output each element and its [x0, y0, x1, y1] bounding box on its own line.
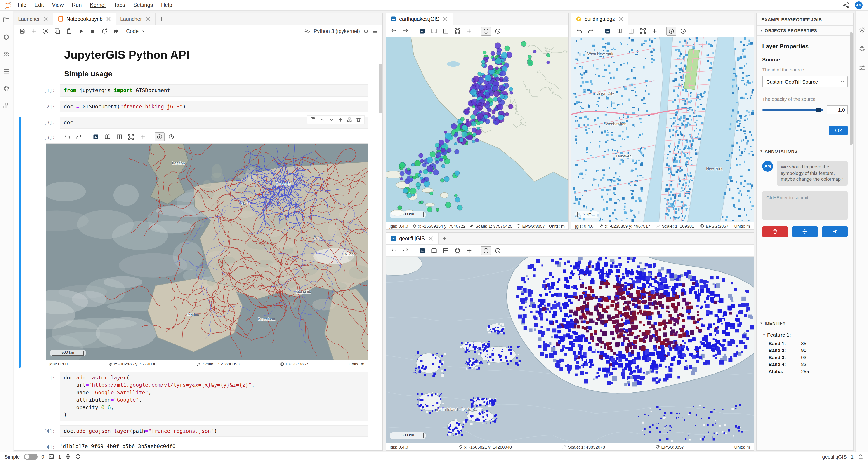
add-layer-button[interactable] — [464, 26, 474, 35]
menu-help[interactable]: Help — [157, 0, 176, 10]
code-cell-1[interactable]: [1]: from jupytergis import GISDocument — [19, 85, 376, 96]
cell-collapser[interactable] — [19, 100, 21, 112]
basemap-button[interactable] — [614, 26, 624, 35]
terminal-icon[interactable] — [49, 454, 54, 460]
jgis-logo-button[interactable] — [417, 246, 427, 255]
close-tab-icon[interactable] — [42, 16, 49, 22]
tiles-button[interactable] — [441, 26, 451, 35]
new-tab-button[interactable] — [156, 13, 167, 25]
settings-sliders-icon[interactable] — [858, 64, 866, 71]
restart-run-all-button[interactable] — [111, 27, 121, 36]
property-inspector-icon[interactable] — [858, 26, 866, 33]
map-canvas-buildings[interactable]: West New YorkUnion CityWeehawkenHobokenN… — [571, 37, 754, 222]
tab-earthquakes[interactable]: earthquakes.jGIS — [386, 13, 453, 25]
code-cell-4[interactable]: [ ]: doc.add_raster_layer( url="https://… — [19, 371, 376, 421]
kernel-settings-icon[interactable] — [304, 28, 310, 34]
menu-view[interactable]: View — [48, 0, 68, 10]
annotation-input[interactable]: Ctrl+Enter to submit — [762, 191, 848, 220]
redo-button[interactable] — [401, 26, 410, 35]
redo-button[interactable] — [586, 26, 596, 35]
interrupt-kernel-button[interactable] — [87, 27, 98, 36]
cell-editor[interactable]: doc — [60, 117, 368, 129]
tab-notebook[interactable]: Notebook.ipynb — [53, 13, 116, 25]
cell-collapser[interactable] — [19, 371, 21, 421]
map-projection[interactable]: EPSG:3857 — [706, 223, 728, 228]
jgis-logo-button[interactable] — [91, 132, 101, 141]
kernel-stacks-icon[interactable] — [3, 102, 10, 109]
basemap-button[interactable] — [429, 246, 439, 255]
code-cell-5[interactable]: [4]: doc.add_geojson_layer(path="france_… — [19, 425, 376, 437]
notebook-content[interactable]: JupyterGIS Python API Simple usage [1]: … — [14, 37, 382, 450]
insert-cell-above-icon[interactable] — [338, 117, 343, 123]
bell-icon[interactable] — [858, 454, 864, 460]
cell-collapser[interactable] — [19, 425, 21, 437]
map-projection[interactable]: EPSG:3857 — [522, 223, 545, 228]
jgis-logo-button[interactable] — [602, 26, 613, 35]
debugger-icon[interactable] — [858, 45, 866, 53]
new-tab-button[interactable] — [438, 233, 450, 244]
restart-kernel-button[interactable] — [99, 27, 110, 36]
map-projection[interactable]: EPSG:3857 — [661, 444, 684, 449]
identify-button[interactable] — [481, 246, 491, 255]
close-tab-icon[interactable] — [145, 16, 151, 22]
temporal-controller-button[interactable] — [166, 132, 176, 141]
new-tab-button[interactable] — [628, 13, 640, 25]
jgis-logo-button[interactable] — [417, 26, 427, 35]
copy-cells-button[interactable] — [52, 27, 62, 36]
move-cell-down-icon[interactable] — [329, 117, 334, 123]
menu-tabs[interactable]: Tabs — [110, 0, 129, 10]
identify-button[interactable] — [155, 132, 164, 141]
extension-manager-icon[interactable] — [3, 85, 10, 92]
ok-button[interactable]: Ok — [829, 126, 848, 135]
undo-button[interactable] — [62, 132, 72, 141]
section-annotations[interactable]: ▾ANNOTATIONS — [757, 146, 853, 156]
temporal-controller-button[interactable] — [493, 26, 503, 35]
map-canvas-france[interactable]: LondonParisBrusselsBernMilanMarseilleBar… — [46, 143, 368, 360]
close-tab-icon[interactable] — [428, 235, 434, 242]
cell-editor[interactable]: from jupytergis import GISDocument — [60, 85, 368, 96]
tab-geotiff[interactable]: geotiff.jGIS — [386, 233, 438, 244]
notebook-menu-icon[interactable] — [372, 28, 378, 34]
opacity-slider[interactable] — [762, 107, 823, 112]
insert-cell-button[interactable] — [29, 27, 39, 36]
markdown-cell[interactable]: JupyterGIS Python API Simple usage — [64, 48, 365, 78]
delete-cell-icon[interactable] — [356, 117, 361, 123]
source-select[interactable]: Custom GeoTiff Source — [762, 76, 848, 87]
opacity-slider-thumb[interactable] — [816, 107, 820, 112]
map-canvas-earthquakes[interactable]: 500 km — [386, 37, 568, 222]
map-canvas-geotiff[interactable]: Baffin Island - Île de Baffin 500 km — [386, 257, 754, 443]
section-objects-properties[interactable]: ▾OBJECTS PROPERTIES — [757, 25, 853, 36]
basemap-button[interactable] — [429, 26, 439, 35]
cell-editor[interactable]: doc = GISDocument("france_hiking.jGIS") — [60, 100, 368, 112]
close-tab-icon[interactable] — [105, 16, 112, 22]
submit-annotation-button[interactable] — [822, 226, 848, 237]
menu-edit[interactable]: Edit — [31, 0, 48, 10]
temporal-controller-button[interactable] — [493, 246, 503, 255]
collaborators-icon[interactable] — [3, 51, 10, 58]
code-cell-2[interactable]: [2]: doc = GISDocument("france_hiking.jG… — [19, 100, 376, 112]
kernels-count[interactable]: 1 — [58, 454, 61, 459]
section-identify[interactable]: ▾IDENTIFY — [757, 318, 853, 328]
simple-mode-toggle[interactable] — [24, 454, 37, 460]
add-layer-button[interactable] — [138, 132, 148, 141]
close-tab-icon[interactable] — [442, 16, 448, 22]
add-layer-button[interactable] — [650, 26, 659, 35]
undo-button[interactable] — [389, 246, 399, 255]
new-tab-button[interactable] — [453, 13, 465, 25]
opacity-value-input[interactable]: 1.0 — [827, 105, 848, 114]
tab-launcher-2[interactable]: Launcher — [116, 13, 156, 25]
redo-button[interactable] — [74, 132, 84, 141]
run-cell-button[interactable] — [75, 27, 86, 36]
sidebar-scrollbar[interactable] — [850, 32, 852, 145]
table-of-contents-icon[interactable] — [3, 68, 10, 75]
code-cell-3[interactable]: [3]: doc — [19, 117, 376, 367]
refresh-icon[interactable] — [75, 454, 81, 460]
cell-collapser[interactable] — [19, 85, 21, 96]
running-sessions-icon[interactable] — [3, 33, 10, 41]
insert-cell-below-icon[interactable] — [347, 117, 352, 123]
cell-editor[interactable]: doc.add_geojson_layer(path="france_regio… — [60, 425, 368, 437]
cell-editor[interactable]: doc.add_raster_layer( url="https://mt1.g… — [60, 371, 368, 421]
tab-buildings[interactable]: buildings.qgz — [571, 13, 628, 25]
vector-layer-button[interactable] — [638, 26, 648, 35]
share-icon[interactable] — [843, 2, 849, 8]
